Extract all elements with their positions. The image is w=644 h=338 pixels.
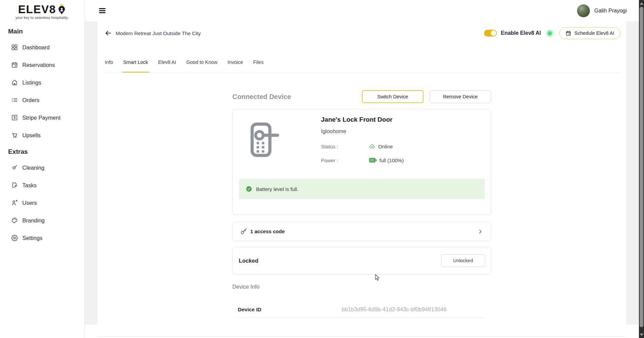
brand-logo: ELEV8 your key to seamless hospitality.	[0, 0, 84, 20]
brand-tagline: your key to seamless hospitality.	[0, 16, 84, 20]
unlocked-button[interactable]: Unlocked	[441, 254, 485, 267]
brand-name: ELEV8	[18, 3, 56, 16]
battery-banner: Battery level is full.	[239, 179, 485, 199]
lock-state-row: Locked Unlocked	[232, 247, 491, 274]
status-label: Status :	[321, 144, 369, 149]
enable-elev8-ai-toggle[interactable]	[484, 30, 497, 37]
back-arrow-icon	[105, 29, 112, 37]
switch-device-button[interactable]: Switch Device	[362, 90, 423, 103]
sidebar-item-dashboard[interactable]: Dashboard	[0, 39, 84, 56]
sidebar-item-tasks[interactable]: Tasks	[0, 176, 84, 194]
sidebar-item-label: Upsells	[22, 132, 41, 139]
sidebar-item-stripe-payment[interactable]: Stripe Payment	[0, 109, 84, 126]
power-label: Power :	[321, 158, 369, 163]
sidebar-item-cleaning[interactable]: Cleaning	[0, 159, 84, 176]
sidebar-item-label: Users	[22, 200, 37, 206]
scroll-up-arrow[interactable]	[640, 2, 643, 5]
home-icon	[11, 79, 18, 86]
ai-status-dot	[548, 31, 552, 35]
tab-files[interactable]: Files	[252, 53, 265, 73]
main-area: Galih Prayogi Modern Retreat Just Outsid…	[85, 0, 639, 338]
calendar-icon	[11, 62, 18, 68]
sidebar-item-label: Listings	[22, 79, 41, 86]
schedule-button-label: Schedule Elev8 AI	[574, 30, 614, 36]
device-status-row: Status : Online	[321, 142, 393, 151]
sidebar-item-label: Settings	[22, 235, 43, 241]
smart-lock-icon	[250, 122, 281, 158]
palette-icon	[11, 217, 18, 224]
listing-header: Modern Retreat Just Outside The City Ena…	[104, 27, 620, 39]
toggle-label: Enable Elev8 AI	[501, 30, 541, 36]
content-panel: Modern Retreat Just Outside The City Ena…	[97, 21, 626, 337]
toggle-knob	[491, 30, 496, 36]
device-id-label: Device ID	[238, 301, 261, 318]
tab-good-to-know[interactable]: Good to Know	[185, 53, 218, 73]
sidebar-item-users[interactable]: Users	[0, 194, 84, 212]
sidebar-item-label: Branding	[22, 217, 45, 224]
sidebar-item-label: Stripe Payment	[22, 115, 61, 121]
device-info-heading: Device Info	[232, 282, 259, 292]
device-id-row: Device ID bb1b3d95-6d9b-41d2-943c-bf0b94…	[238, 301, 485, 318]
sidebar-item-reservations[interactable]: Reservations	[0, 56, 84, 74]
page-title: Modern Retreat Just Outside The City	[116, 30, 201, 36]
battery-full-icon	[369, 158, 377, 163]
app: ELEV8 your key to seamless hospitality. …	[0, 0, 644, 338]
cart-icon	[11, 132, 18, 139]
back-button[interactable]	[104, 29, 113, 38]
cloud-check-icon	[369, 143, 375, 150]
list-icon	[11, 97, 18, 103]
schedule-elev8-ai-button[interactable]: Schedule Elev8 AI	[559, 27, 620, 39]
sidebar-item-label: Tasks	[22, 182, 37, 189]
user-plus-icon	[11, 199, 18, 206]
user-menu[interactable]: Galih Prayogi	[577, 4, 627, 17]
stripe-icon	[11, 114, 18, 121]
sidebar-item-label: Reservations	[22, 62, 55, 68]
vertical-scrollbar[interactable]	[639, 0, 644, 338]
device-id-value: bb1b3d95-6d9b-41d2-943c-bf0b94813046	[342, 301, 446, 318]
sidebar-item-branding[interactable]: Branding	[0, 212, 84, 229]
device-name: Jane's Lock Front Door	[321, 116, 392, 123]
sidebar-item-label: Dashboard	[22, 44, 50, 51]
broom-icon	[11, 164, 18, 171]
task-icon	[11, 182, 18, 189]
sidebar-item-upsells[interactable]: Upsells	[0, 126, 84, 144]
scroll-down-arrow[interactable]	[640, 334, 643, 336]
sidebar-item-label: Cleaning	[22, 165, 44, 171]
device-brand: Igloohome	[321, 128, 346, 135]
calendar-icon	[566, 30, 571, 36]
remove-device-button[interactable]: Remove Device	[430, 90, 491, 103]
device-card: Jane's Lock Front Door Igloohome Status …	[232, 109, 491, 215]
sidebar-item-listings[interactable]: Listings	[0, 74, 84, 91]
brand-pin-icon	[57, 3, 66, 15]
chevron-right-icon	[477, 228, 483, 235]
tab-invoice[interactable]: Invoice	[227, 53, 244, 73]
device-power-row: Power : full (100%)	[321, 156, 404, 165]
gear-icon	[11, 235, 18, 241]
access-codes-row[interactable]: 1 access code	[232, 222, 491, 241]
avatar[interactable]	[577, 4, 590, 17]
listing-tabs: Info Smart Lock Elev8 AI Good to Know In…	[104, 53, 620, 73]
sidebar-item-settings[interactable]: Settings	[0, 229, 84, 247]
key-icon	[240, 228, 247, 235]
topbar: Galih Prayogi	[85, 0, 639, 21]
scrollbar-thumb[interactable]	[640, 7, 643, 327]
sidebar-item-orders[interactable]: Orders	[0, 91, 84, 109]
sidebar: ELEV8 your key to seamless hospitality. …	[0, 0, 85, 338]
sidebar-item-label: Orders	[22, 97, 39, 103]
status-value: Online	[378, 144, 393, 149]
power-value: full (100%)	[380, 158, 404, 163]
sidebar-section-main: Main	[8, 27, 84, 36]
sidebar-section-extras: Extras	[8, 147, 84, 156]
tab-elev8-ai[interactable]: Elev8 AI	[157, 53, 177, 73]
dashboard-icon	[11, 44, 18, 51]
user-name: Galih Prayogi	[594, 8, 627, 14]
access-codes-label: 1 access code	[250, 228, 285, 234]
connected-device-header: Connected Device Switch Device Remove De…	[232, 90, 491, 103]
section-title: Connected Device	[232, 93, 291, 101]
banner-text: Battery level is full.	[256, 186, 298, 192]
check-circle-icon	[246, 186, 252, 192]
tab-smart-lock[interactable]: Smart Lock	[122, 53, 149, 73]
lock-state-label: Locked	[239, 258, 258, 264]
hamburger-menu-button[interactable]	[99, 8, 106, 13]
tab-info[interactable]: Info	[104, 53, 114, 73]
